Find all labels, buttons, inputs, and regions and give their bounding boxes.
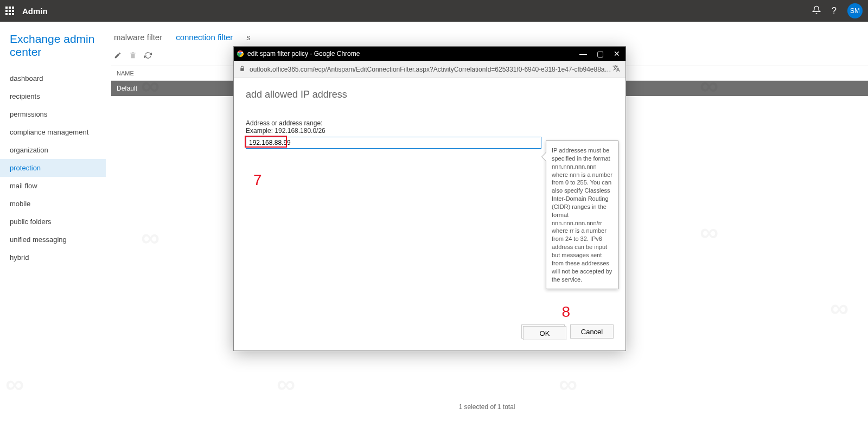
chrome-icon — [237, 50, 244, 58]
lock-icon — [239, 66, 245, 73]
user-avatar[interactable]: SM — [847, 3, 863, 18]
footer-status: 1 selected of 1 total — [458, 403, 515, 411]
annotation-7: 7 — [253, 171, 262, 189]
annotation-8: 8 — [561, 303, 570, 321]
header-right: ? SM — [812, 3, 863, 18]
tab-more[interactable]: s — [246, 33, 251, 42]
notifications-icon[interactable] — [812, 5, 821, 16]
ip-address-input[interactable] — [246, 137, 541, 149]
help-icon[interactable]: ? — [832, 6, 837, 16]
edit-connection-filter-popup: edit spam filter policy - Google Chrome … — [233, 46, 626, 351]
app-launcher-icon[interactable] — [5, 7, 14, 15]
popup-addressbar[interactable]: outlook.office365.com/ecp/Antispam/EditC… — [234, 61, 626, 78]
minimize-icon[interactable]: — — [579, 49, 587, 58]
sidebar-item-unifiedmessaging[interactable]: unified messaging — [0, 231, 106, 248]
sidebar-item-recipients[interactable]: recipients — [0, 87, 106, 105]
content-tabs: malware filter connection filter s — [111, 33, 868, 42]
popup-body: add allowed IP address Address or addres… — [234, 78, 626, 350]
popup-url: outlook.office365.com/ecp/Antispam/EditC… — [250, 66, 612, 73]
refresh-icon[interactable] — [144, 52, 153, 60]
popup-window-title: edit spam filter policy - Google Chrome — [247, 50, 360, 58]
field-label: Address or address range: — [246, 119, 614, 127]
annotation-box-ok: OK — [521, 324, 565, 339]
popup-buttons: OK Cancel — [521, 324, 614, 339]
tab-malware-filter[interactable]: malware filter — [114, 33, 162, 42]
sidebar-item-permissions[interactable]: permissions — [0, 105, 106, 123]
ok-button[interactable]: OK — [523, 326, 566, 340]
close-icon[interactable]: ✕ — [614, 49, 620, 58]
sidebar-item-hybrid[interactable]: hybrid — [0, 248, 106, 266]
app-title: Admin — [22, 7, 48, 16]
sidebar-item-publicfolders[interactable]: public folders — [0, 213, 106, 231]
delete-icon[interactable] — [129, 52, 138, 60]
translate-icon[interactable] — [612, 65, 620, 74]
field-example: Example: 192.168.180.0/26 — [246, 127, 614, 135]
ip-format-tooltip: IP addresses must be specified in the fo… — [546, 141, 618, 289]
edit-icon[interactable] — [114, 52, 123, 60]
sidebar-item-protection[interactable]: protection — [0, 159, 106, 177]
maximize-icon[interactable]: ▢ — [597, 49, 604, 58]
popup-titlebar[interactable]: edit spam filter policy - Google Chrome … — [234, 47, 626, 61]
sidebar-item-organization[interactable]: organization — [0, 141, 106, 159]
popup-title: add allowed IP address — [246, 89, 614, 100]
cancel-button[interactable]: Cancel — [570, 324, 614, 339]
sidebar-item-mobile[interactable]: mobile — [0, 195, 106, 213]
sidebar-item-mailflow[interactable]: mail flow — [0, 177, 106, 195]
sidebar: Exchange admin center dashboard recipien… — [0, 22, 106, 427]
sidebar-brand: Exchange admin center — [0, 30, 106, 69]
sidebar-item-compliance[interactable]: compliance management — [0, 123, 106, 141]
sidebar-item-dashboard[interactable]: dashboard — [0, 69, 106, 87]
top-bar: Admin ? SM — [0, 0, 868, 22]
tab-connection-filter[interactable]: connection filter — [176, 33, 233, 42]
window-controls: — ▢ ✕ — [579, 49, 623, 58]
